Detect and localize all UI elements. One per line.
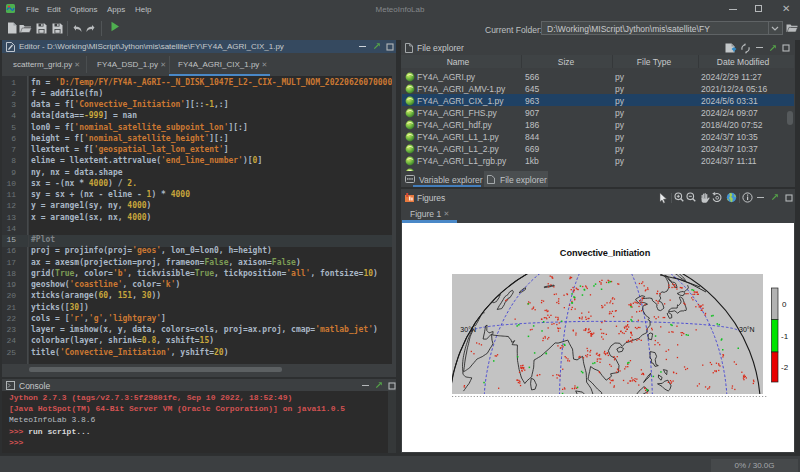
svg-text:0: 0 xyxy=(782,300,787,309)
svg-text:-2: -2 xyxy=(781,363,789,372)
svg-text:Convective_Initiation: Convective_Initiation xyxy=(560,248,651,258)
svg-text:30°N: 30°N xyxy=(739,326,755,333)
svg-text:-1: -1 xyxy=(781,332,789,341)
svg-text:30°N: 30°N xyxy=(460,326,476,333)
